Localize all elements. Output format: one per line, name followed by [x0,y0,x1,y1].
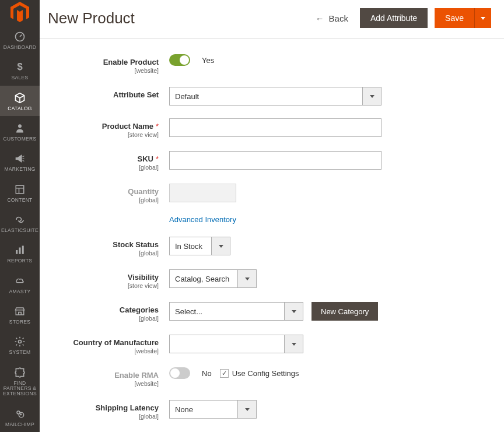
svg-rect-6 [16,250,18,254]
field-stock-status: Stock Status [global] In Stock [52,237,491,257]
enable-product-toggle[interactable] [169,54,190,66]
field-categories: Categories [global] Select... New Catego… [52,302,491,322]
field-country: Country of Manufacture [website] [52,335,491,354]
field-enable-rma: Enable RMA [website] No ✓ Use Config Set… [52,367,491,387]
stock-status-select[interactable]: In Stock [169,237,230,255]
caret-down-icon [481,17,485,20]
quantity-input [169,184,236,202]
caret-down-icon [292,343,296,346]
nav-label: MARKETING [4,167,35,172]
sku-input[interactable] [169,151,382,170]
nav-label: STORES [9,319,31,325]
field-scope: [global] [52,164,159,171]
visibility-select[interactable]: Catalog, Search [169,269,257,288]
box-icon [13,92,26,104]
select-toggle[interactable] [285,335,303,353]
field-scope: [store view] [52,282,159,289]
field-product-name: Product Name* [store view] [52,118,491,138]
gear-icon [13,335,26,348]
shipping-latency-select[interactable]: None [169,400,257,419]
caret-down-icon [292,310,296,313]
attribute-set-select[interactable]: Default [169,87,382,106]
dashboard-icon [13,30,26,43]
nav-dashboard[interactable]: DASHBOARD [0,24,40,55]
product-name-input[interactable] [169,118,382,137]
categories-select[interactable]: Select... [169,302,303,321]
back-link[interactable]: ← Back [316,13,348,23]
select-value: None [169,400,238,419]
main-content: New Product ← Back Add Attribute Save En… [40,0,504,432]
save-dropdown-button[interactable] [474,8,491,28]
field-scope: [global] [52,315,159,322]
field-label: Enable RMA [114,371,159,380]
megaphone-icon [13,152,26,165]
select-value: Default [169,87,363,106]
field-scope: [global] [52,196,159,203]
field-sku: SKU* [global] [52,151,491,171]
checkbox-label: Use Config Settings [232,369,299,378]
select-toggle[interactable] [363,87,382,106]
new-category-button[interactable]: New Category [312,302,378,321]
use-config-checkbox-wrap: ✓ Use Config Settings [220,369,299,378]
swirl-icon [13,213,26,226]
nav-sales[interactable]: $ SALES [0,55,40,85]
nav-partners[interactable]: FIND PARTNERS & EXTENSIONS [0,360,40,402]
nav-elasticsuite[interactable]: ELASTICSUITE [0,208,40,238]
svg-point-2 [18,124,22,128]
nav-customers[interactable]: CUSTOMERS [0,116,40,146]
nav-catalog[interactable]: CATALOG [0,86,40,116]
select-toggle[interactable] [285,302,303,321]
nav-label: DASHBOARD [4,45,37,50]
nav-label: CONTENT [7,198,32,203]
arrow-left-icon: ← [316,13,324,23]
required-mark: * [156,154,159,163]
svg-rect-3 [16,185,24,194]
field-shipping-latency: Shipping Latency [global] None [52,400,491,420]
mailchimp-icon [13,408,26,420]
select-toggle[interactable] [212,237,230,255]
field-scope: [global] [52,250,159,257]
admin-sidebar: DASHBOARD $ SALES CATALOG CUSTOMERS MARK… [0,0,40,432]
nav-label: SALES [12,75,29,80]
nav-marketing[interactable]: MARKETING [0,146,40,177]
back-label: Back [329,13,348,23]
caret-down-icon [219,245,223,248]
select-value [169,335,285,353]
toggle-value: Yes [202,56,214,65]
nav-content[interactable]: CONTENT [0,177,40,208]
advanced-inventory-link[interactable]: Advanced Inventory [169,215,236,224]
svg-point-12 [20,414,22,415]
svg-rect-8 [22,246,24,254]
nav-label: AMASTY [9,289,31,294]
select-toggle[interactable] [238,269,257,288]
svg-point-9 [19,340,22,343]
cloud-icon [13,275,26,287]
field-label: Attribute Set [113,90,159,99]
save-button-group: Save [435,8,491,28]
add-attribute-button[interactable]: Add Attribute [360,8,428,28]
magento-logo[interactable] [0,0,40,24]
select-toggle[interactable] [238,400,257,419]
nav-mailchimp[interactable]: MAILCHIMP [0,402,40,432]
nav-reports[interactable]: REPORTS [0,238,40,268]
nav-stores[interactable]: STORES [0,299,40,329]
dollar-icon: $ [13,61,26,73]
use-config-checkbox[interactable]: ✓ [220,369,229,378]
select-value: Select... [169,302,285,321]
caret-down-icon [245,408,250,411]
field-label: Visibility [128,273,159,282]
field-scope: [store view] [52,131,159,138]
puzzle-icon [13,366,26,379]
layout-icon [13,183,26,196]
person-icon [13,122,26,135]
enable-rma-toggle[interactable] [169,367,190,379]
country-select[interactable] [169,335,303,353]
field-scope: [website] [52,347,159,354]
nav-label: SYSTEM [9,350,31,355]
save-button[interactable]: Save [435,8,474,28]
nav-amasty[interactable]: AMASTY [0,269,40,299]
svg-text:$: $ [17,61,22,72]
nav-system[interactable]: SYSTEM [0,329,40,360]
field-label: Enable Product [103,58,159,66]
field-scope: [website] [52,67,159,74]
